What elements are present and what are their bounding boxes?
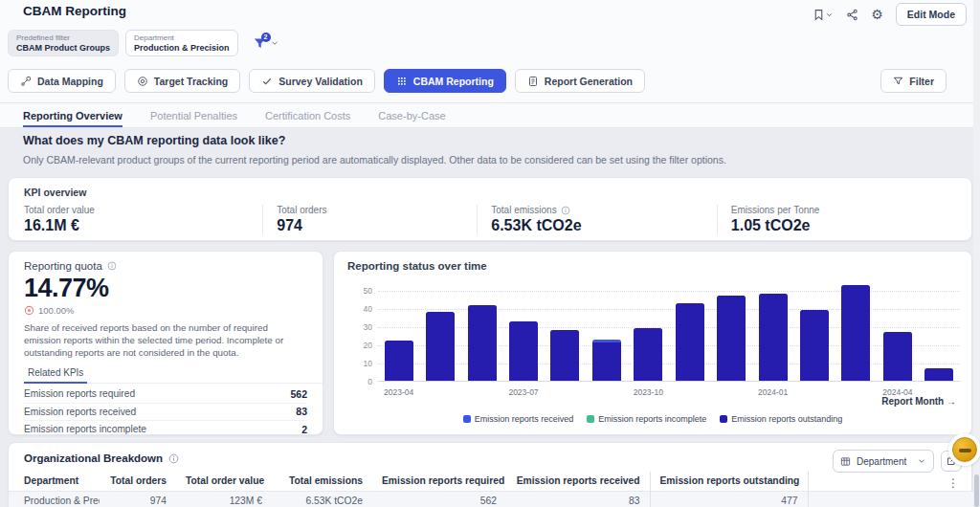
gridline <box>378 364 960 364</box>
target-icon <box>24 305 34 316</box>
page-title: CBAM Reporting <box>23 4 126 18</box>
filter-button[interactable]: Filter <box>880 69 947 93</box>
bar-segment-emission-reports-outstanding <box>550 330 579 381</box>
chart-bar-2023-09[interactable] <box>592 340 621 381</box>
scrollbar-thumb[interactable] <box>974 474 979 507</box>
toolbar-tabs: Data MappingTarget TrackingSurvey Valida… <box>8 69 645 93</box>
cell-department: Production & Preci... <box>9 491 100 507</box>
bar-segment-emission-reports-outstanding <box>385 341 413 381</box>
table-body: Production & Preci...974123M €6.53K tCO2… <box>9 491 973 507</box>
reporting-quota-card: Reporting quota 14.77% 100.00% Share of … <box>8 251 323 435</box>
coin-icon <box>952 437 977 462</box>
bar-segment-emission-reports-outstanding <box>883 332 912 381</box>
cell-emission-reports-outstanding: 477 <box>650 491 808 507</box>
chart-bar-2024-04[interactable] <box>883 332 912 381</box>
kpi-total-emissions: Total emissions6.53K tCO2e <box>477 205 717 234</box>
column-header-emission-reports-required[interactable]: Emission reports required <box>372 472 506 491</box>
column-header-total-orders[interactable]: Total orders <box>100 472 176 491</box>
document-icon <box>527 76 539 87</box>
gear-icon[interactable]: ⚙ <box>871 7 883 22</box>
toolbar-tab-report-generation[interactable]: Report Generation <box>515 69 645 93</box>
info-icon[interactable] <box>107 261 117 271</box>
filter-chip-predefined-filter[interactable]: Predefined filterCBAM Product Groups <box>8 30 119 56</box>
group-by-select[interactable]: Department <box>833 450 934 473</box>
section-description: Only CBAM-relevant product groups of the… <box>23 154 726 165</box>
chart-bar-2023-05[interactable] <box>426 312 455 381</box>
toolbar-tab-label: Target Tracking <box>154 76 228 87</box>
y-tick-label: 40 <box>345 304 372 314</box>
info-icon[interactable] <box>561 206 570 215</box>
assistant-badge[interactable] <box>948 433 980 466</box>
edit-mode-button[interactable]: Edit Mode <box>896 3 967 26</box>
chip-label: Predefined filter <box>16 33 110 42</box>
y-tick-label: 50 <box>345 286 372 296</box>
reporting-quota-title: Reporting quota <box>24 260 307 272</box>
y-tick-label: 30 <box>345 322 372 332</box>
subtab-potential-penalties[interactable]: Potential Penalties <box>150 103 237 127</box>
chart-bar-2024-02[interactable] <box>800 310 829 381</box>
bookmark-icon[interactable] <box>813 9 834 21</box>
legend-item-emission-reports-received[interactable]: Emission reports received <box>463 414 574 424</box>
toolbar-tab-survey-validation[interactable]: Survey Validation <box>249 69 375 93</box>
header-actions: ⚙ Edit Mode <box>813 3 967 26</box>
subtab-case-by-case[interactable]: Case-by-Case <box>378 103 445 127</box>
toolbar-tab-label: CBAM Reporting <box>413 76 494 87</box>
chart-bar-2023-10[interactable] <box>634 328 662 381</box>
kpi-row: Total order value16.1M €Total orders974T… <box>24 205 971 234</box>
toolbar-tab-data-mapping[interactable]: Data Mapping <box>8 69 116 93</box>
bar-segment-emission-reports-outstanding <box>924 368 953 381</box>
chart-bar-2024-03[interactable] <box>841 285 870 381</box>
legend-item-emission-reports-incomplete[interactable]: Emission reports incomplete <box>587 414 706 424</box>
share-icon[interactable] <box>846 9 858 21</box>
chart-bar-2023-12[interactable] <box>717 296 746 381</box>
bar-segment-emission-reports-outstanding <box>592 342 621 381</box>
subtab-certification-costs[interactable]: Certification Costs <box>265 103 350 127</box>
chart-bar-2024-05[interactable] <box>924 368 953 381</box>
toolbar-tab-target-tracking[interactable]: Target Tracking <box>124 69 240 93</box>
x-tick-label: 2023-04 <box>384 387 413 397</box>
kpi-label: Total order value <box>24 205 262 215</box>
column-header-total-emissions[interactable]: Total emissions <box>272 472 372 491</box>
subtab-reporting-overview[interactable]: Reporting Overview <box>23 103 122 127</box>
group-by-value: Department <box>857 456 911 467</box>
filter-chip-department[interactable]: DepartmentProduction & Precision <box>125 30 238 56</box>
gridline <box>378 291 960 292</box>
legend-swatch <box>587 415 594 423</box>
toolbar-tab-cbam-reporting[interactable]: CBAM Reporting <box>384 69 506 93</box>
chart-bar-2023-06[interactable] <box>468 305 497 381</box>
related-kpi-label: Emission reports received <box>24 407 136 417</box>
column-header-emission-reports-received[interactable]: Emission reports received <box>506 472 650 491</box>
kpi-value: 1.05 tCO2e <box>731 217 971 234</box>
org-breakdown-table: DepartmentTotal ordersTotal order valueT… <box>9 472 973 507</box>
cell-total-order-value: 123M € <box>176 491 272 507</box>
bar-segment-emission-reports-outstanding <box>717 296 746 381</box>
kpi-value: 974 <box>277 217 477 234</box>
column-header-emission-reports-outstanding[interactable]: Emission reports outstanding <box>650 472 808 491</box>
column-header-filler <box>808 472 973 491</box>
reporting-quota-value: 14.77% <box>24 274 307 303</box>
chart-bar-2023-07[interactable] <box>509 321 538 381</box>
chart-x-axis-label: Report Month → <box>881 396 956 407</box>
active-filters-control[interactable]: 2 <box>253 36 279 51</box>
kpi-value: 6.53K tCO2e <box>491 217 717 234</box>
chart-plot: 010203040502023-042023-072023-102024-012… <box>378 282 960 382</box>
scrollbar-track <box>973 0 980 507</box>
chart-bar-2023-08[interactable] <box>550 330 579 381</box>
bar-segment-emission-reports-outstanding <box>676 303 704 381</box>
column-header-department[interactable]: Department <box>9 472 100 491</box>
legend-item-emission-reports-outstanding[interactable]: Emission reports outstanding <box>720 414 842 424</box>
related-kpi-value: 2 <box>301 424 307 435</box>
bar-segment-emission-reports-outstanding <box>509 321 538 381</box>
chart-bar-2023-04[interactable] <box>385 341 413 381</box>
reporting-quota-description: Share of received reports based on the n… <box>24 321 307 359</box>
info-icon[interactable] <box>168 453 179 464</box>
kpi-overview-title: KPI overview <box>24 187 971 198</box>
bar-segment-emission-reports-outstanding <box>426 312 455 381</box>
table-row[interactable]: Production & Preci...974123M €6.53K tCO2… <box>9 491 973 507</box>
chevron-down-icon <box>270 38 279 48</box>
column-header-total-order-value[interactable]: Total order value <box>176 472 272 491</box>
related-kpis-tab[interactable]: Related KPIs <box>24 367 87 384</box>
chart-bar-2023-11[interactable] <box>676 303 704 381</box>
reporting-quota-target: 100.00% <box>24 305 307 316</box>
chart-bar-2024-01[interactable] <box>759 294 788 381</box>
